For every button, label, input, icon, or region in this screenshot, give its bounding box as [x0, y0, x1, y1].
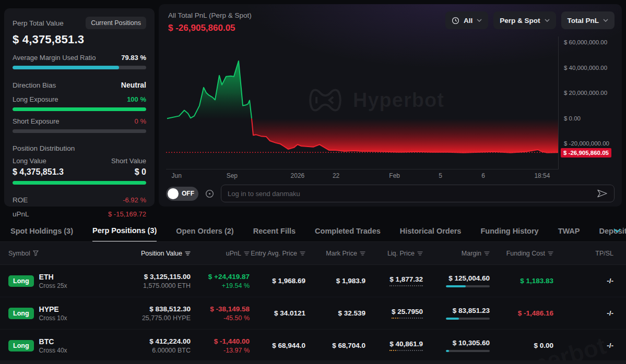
column-header-funding-cost[interactable]: Funding Cost [490, 250, 553, 257]
bottom-tabs: Spot Holdings (3)Perp Positions (3)Open … [0, 221, 626, 242]
clock-icon [452, 17, 459, 25]
roe-label: ROE [13, 196, 28, 204]
margin-cell: $ 125,004.60 [423, 274, 490, 287]
funnel-icon [33, 250, 39, 256]
x-axis-tick: 18:54 [534, 172, 550, 179]
liq-price-cell: $ 25.7950 [365, 308, 423, 319]
liq-price-cell: $ 1,877.32 [365, 275, 423, 286]
upnl-value: $ -15,169.72 [108, 210, 146, 218]
column-header-entry-avg-price[interactable]: Entry Avg. Price [250, 250, 305, 257]
y-axis-tick: $ 60,000,000.00 [564, 39, 607, 45]
y-axis-tick: $ 20,000,000.00 [564, 90, 607, 96]
chevron-down-icon [477, 19, 482, 22]
symbol-name: BTC [39, 337, 67, 346]
chevron-down-icon [545, 19, 550, 22]
upnl-label: uPnL [13, 210, 29, 218]
position-row-btc: LongBTCCross 40x$ 412,224.006.00000 BTC$… [0, 330, 626, 362]
tab-funding-history[interactable]: Funding History [480, 227, 538, 241]
metric-value: Total PnL [568, 17, 599, 25]
liq-price-cell: $ 40,861.9 [365, 340, 423, 351]
long-value-label: Long Value [13, 157, 46, 165]
toggle-label: OFF [182, 190, 194, 197]
bottom-scrollbar-track[interactable] [0, 360, 626, 364]
tpsl-cell: -/- [553, 342, 613, 349]
danmaku-input-wrap [221, 185, 615, 202]
sort-icon [300, 251, 305, 256]
x-axis-tick: 22 [333, 172, 339, 179]
margin-mode: Cross 25x [39, 282, 67, 289]
time-range-dropdown[interactable]: All [445, 11, 488, 29]
margin-cell: $ 83,851.23 [423, 307, 490, 320]
short-value-label: Short Value [111, 157, 146, 165]
column-header-symbol[interactable]: Symbol [8, 250, 87, 257]
column-header-margin[interactable]: Margin [423, 250, 490, 257]
short-exposure-value: 0 % [135, 117, 146, 125]
column-header-tp-sl[interactable]: TP/SL [553, 250, 613, 257]
margin-mode: Cross 10x [39, 314, 67, 322]
long-value: $ 4,375,851.3 [13, 167, 64, 177]
pnl-chart-value: $ -26,905,860.05 [168, 23, 252, 33]
sort-icon [185, 251, 191, 256]
tabs-more-chevron-down-icon[interactable] [613, 228, 621, 233]
side-badge: Long [8, 275, 34, 287]
avg-margin-value: 79.83 % [121, 54, 146, 62]
long-exposure-bar [13, 107, 146, 111]
tpsl-cell: -/- [553, 309, 613, 317]
perp-total-value: $ 4,375,851.3 [13, 33, 146, 46]
x-axis-tick: 5 [439, 172, 442, 179]
tab-open-orders-2[interactable]: Open Orders (2) [176, 227, 233, 241]
entry-price-cell: $ 68,944.0 [250, 342, 305, 349]
direction-bias-label: Direction Bias [13, 81, 56, 89]
perp-summary-card: Perp Total Value Current Positions $ 4,3… [4, 8, 155, 207]
margin-usage-bar [446, 350, 490, 352]
tpsl-cell: -/- [553, 277, 613, 285]
tab-spot-holdings-3[interactable]: Spot Holdings (3) [10, 227, 73, 241]
current-pnl-marker: $ -26,905,860.05 [561, 148, 611, 157]
side-badge: Long [8, 308, 34, 319]
long-exposure-value: 100 % [127, 95, 146, 103]
mark-price-cell: $ 1,983.9 [305, 277, 365, 285]
tab-historical-orders[interactable]: Historical Orders [400, 227, 462, 241]
upnl-cell: $ -38,149.58-45.50 % [191, 305, 250, 322]
table-header-row: SymbolPosition ValueuPnLEntry Avg. Price… [0, 242, 626, 265]
tab-completed-trades[interactable]: Completed Trades [315, 227, 381, 241]
chart-y-axis: $ 60,000,000.00$ 40,000,000.00$ 20,000,0… [559, 37, 620, 169]
tab-perp-positions-3[interactable]: Perp Positions (3) [92, 226, 157, 242]
position-distribution-label: Position Distribution [13, 144, 75, 152]
danmaku-toggle[interactable]: OFF [166, 187, 198, 201]
scope-value: Perp & Spot [500, 17, 540, 25]
position-row-eth: LongETHCross 25x$ 3,125,115.001,575.0000… [0, 265, 626, 297]
mark-price-cell: $ 32.539 [305, 309, 365, 317]
x-axis-tick: 6 [481, 172, 485, 179]
position-value-cell: $ 3,125,115.001,575.0000 ETH [87, 273, 191, 289]
column-header-position-value[interactable]: Position Value [87, 250, 191, 257]
time-range-value: All [464, 17, 473, 25]
funding-cost-cell: $ 1,183.83 [490, 277, 553, 285]
danmaku-settings-icon[interactable] [205, 189, 215, 199]
margin-usage-bar [446, 285, 490, 287]
current-positions-button[interactable]: Current Positions [86, 17, 146, 29]
position-value-cell: $ 412,224.006.00000 BTC [87, 337, 191, 354]
danmaku-input[interactable] [228, 190, 593, 198]
tab-twap[interactable]: TWAP [558, 227, 580, 241]
sort-icon [244, 251, 250, 256]
column-header-liq-price[interactable]: Liq. Price [365, 250, 423, 257]
side-badge: Long [8, 340, 34, 351]
pnl-chart-plot[interactable] [166, 37, 559, 169]
entry-price-cell: $ 34.0121 [250, 309, 305, 317]
x-axis-tick: 2026 [291, 172, 305, 179]
position-row-hype: LongHYPECross 10x$ 838,512.3025,775.00 H… [0, 297, 626, 330]
y-axis-tick: $ 40,000,000.00 [564, 65, 607, 71]
metric-dropdown[interactable]: Total PnL [561, 11, 615, 29]
upnl-cell: $ +24,419.87+19.54 % [191, 273, 250, 289]
toggle-knob [168, 188, 179, 199]
column-header-mark-price[interactable]: Mark Price [305, 250, 365, 257]
column-header-upnl[interactable]: uPnL [191, 250, 250, 257]
send-icon[interactable] [597, 189, 608, 198]
y-axis-tick: $ -20,000,000.00 [564, 140, 609, 147]
tab-recent-fills[interactable]: Recent Fills [253, 227, 296, 241]
tab-deposits-withdraw[interactable]: Deposits & Withdraw [599, 227, 626, 241]
scope-dropdown[interactable]: Perp & Spot [493, 11, 556, 29]
avg-margin-label: Average Margin Used Ratio [13, 54, 96, 62]
short-exposure-bar [13, 129, 146, 133]
